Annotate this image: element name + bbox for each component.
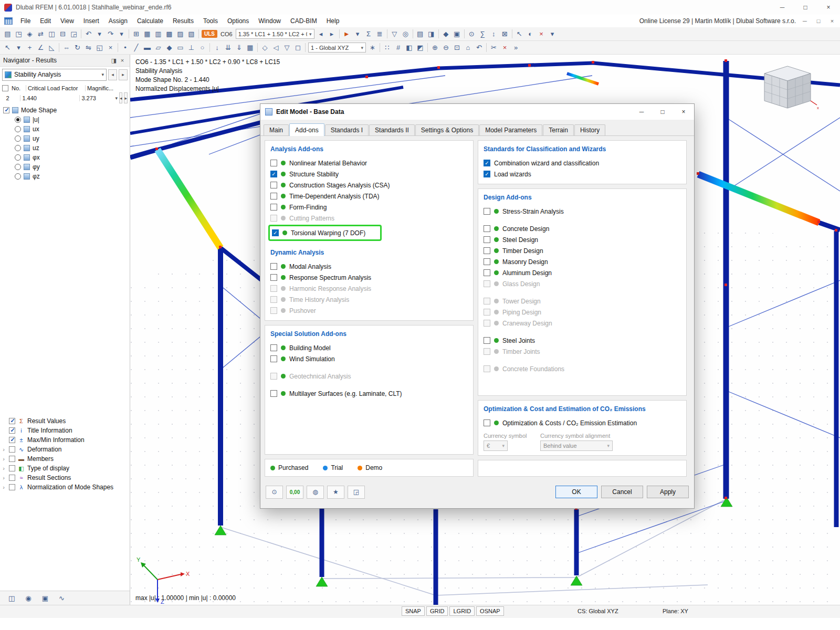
title-information-checkbox[interactable] xyxy=(9,427,15,434)
result-sections-checkbox[interactable] xyxy=(9,475,15,481)
table-members-icon[interactable]: ▦ xyxy=(142,28,153,39)
tree-item-y[interactable]: φy xyxy=(3,162,129,172)
type-of-display-checkbox[interactable] xyxy=(9,465,15,471)
menu-item-tools[interactable]: Tools xyxy=(198,15,223,27)
menu-item-cad-bim[interactable]: CAD-BIM xyxy=(286,15,322,27)
addon-optimization-costs-co-emission-estimation[interactable]: Optimization & Costs / CO₂ Emission Esti… xyxy=(484,417,681,428)
masonry-design-checkbox[interactable] xyxy=(484,258,490,265)
apply-button[interactable]: Apply xyxy=(647,486,689,498)
block-icon[interactable]: ◆ xyxy=(440,28,452,39)
mirror-icon[interactable]: ⇋ xyxy=(83,42,94,53)
addon-modal-analysis[interactable]: Modal Analysis xyxy=(270,261,468,272)
multilayer-surfaces-e-g-laminate-clt-checkbox[interactable] xyxy=(270,390,277,397)
option-max-min-information[interactable]: ±Max/Min Information xyxy=(1,435,129,445)
table-loads-icon[interactable]: ▥ xyxy=(153,28,164,39)
new-member-icon[interactable]: ▬ xyxy=(142,42,153,53)
construction-stages-analysis-csa-checkbox[interactable] xyxy=(270,182,277,188)
deformation-checkbox[interactable] xyxy=(9,446,15,453)
new-opening-icon[interactable]: ▭ xyxy=(175,42,186,53)
wind-simulation-checkbox[interactable] xyxy=(270,355,277,362)
toggle-grid[interactable]: GRID xyxy=(426,606,448,616)
structure-stability-checkbox[interactable] xyxy=(270,171,277,177)
expand-chevron-icon[interactable]: › xyxy=(1,484,6,490)
addon-response-spectrum-analysis[interactable]: Response Spectrum Analysis xyxy=(270,272,468,283)
units-settings-button[interactable]: 0,00 xyxy=(286,486,303,499)
option-type-of-display[interactable]: ›◧Type of display xyxy=(1,464,129,473)
tower-design-checkbox[interactable] xyxy=(484,298,490,304)
toggle-lgrid[interactable]: LGRID xyxy=(449,606,475,616)
addon-concrete-design[interactable]: Concrete Design xyxy=(484,223,681,234)
next-item-button[interactable]: ▸ xyxy=(119,69,128,80)
new-hinge-icon[interactable]: ○ xyxy=(197,42,208,53)
previous-view-icon[interactable]: ↶ xyxy=(474,42,485,53)
addon-craneway-design[interactable]: Craneway Design xyxy=(484,318,681,329)
addon-timber-joints[interactable]: Timber Joints xyxy=(484,346,681,357)
tab-main[interactable]: Main xyxy=(264,124,289,135)
addon-building-model[interactable]: Building Model xyxy=(270,342,468,353)
concrete-design-checkbox[interactable] xyxy=(484,225,490,232)
view-y-icon[interactable]: ▽ xyxy=(281,42,292,53)
addon-steel-joints[interactable]: Steel Joints xyxy=(484,335,681,346)
panel-dropdown-icon[interactable]: ▾ xyxy=(547,28,558,39)
view-x-icon[interactable]: ◁ xyxy=(270,42,281,53)
tree-item-uz[interactable]: uz xyxy=(3,143,129,153)
print-icon[interactable]: ⊟ xyxy=(57,28,68,39)
tree-item-mode-shape[interactable]: Mode Shape xyxy=(3,106,129,115)
addon-construction-stages-analysis-csa[interactable]: Construction Stages Analysis (CSA) xyxy=(270,180,468,191)
undo-icon[interactable]: ↶ xyxy=(83,28,94,39)
cancel-selection-icon[interactable]: × xyxy=(499,42,510,53)
menu-item-results[interactable]: Results xyxy=(168,15,198,27)
combination-wizard-and-classification-checkbox[interactable] xyxy=(484,160,490,166)
render-mode-icon[interactable]: ◐ xyxy=(525,28,536,39)
addon-concrete-foundations[interactable]: Concrete Foundations xyxy=(484,363,681,374)
x-radio[interactable] xyxy=(15,154,21,161)
tab-history[interactable]: History xyxy=(574,124,605,135)
copy-object-icon[interactable]: ◱ xyxy=(94,42,105,53)
menu-item-assign[interactable]: Assign xyxy=(104,15,132,27)
camera-icon[interactable]: ▣ xyxy=(42,594,48,602)
magnification-value[interactable]: 3.273 xyxy=(80,95,113,101)
dlubal-center-icon[interactable]: ◈ xyxy=(24,28,35,39)
previous-item-button[interactable]: ◂ xyxy=(108,69,117,80)
critical-load-factor-value[interactable]: 1.440 xyxy=(20,95,80,101)
result-values-icon[interactable]: Σ xyxy=(363,28,374,39)
menu-item-help[interactable]: Help xyxy=(322,15,344,27)
visibility-icon[interactable]: ◎ xyxy=(400,28,411,39)
menu-item-options[interactable]: Options xyxy=(223,15,254,27)
new-solid-icon[interactable]: ◆ xyxy=(164,42,175,53)
cancel-button[interactable]: Cancel xyxy=(601,486,643,498)
new-model-icon[interactable]: ▤ xyxy=(2,28,13,39)
tab-model-parameters[interactable]: Model Parameters xyxy=(479,124,542,135)
open-model-icon[interactable]: ◳ xyxy=(13,28,24,39)
menu-item-calculate[interactable]: Calculate xyxy=(132,15,168,27)
ok-button[interactable]: OK xyxy=(555,486,597,498)
modal-analysis-checkbox[interactable] xyxy=(270,263,277,270)
tree-item-x[interactable]: φx xyxy=(3,153,129,162)
mode-shape-checkbox[interactable] xyxy=(3,107,9,113)
table-nodes-icon[interactable]: ⊞ xyxy=(131,28,142,39)
tab-standards-ii[interactable]: Standards II xyxy=(369,124,415,135)
currency-alignment-select[interactable]: Behind value▾ xyxy=(540,440,613,451)
max-min-information-checkbox[interactable] xyxy=(9,437,15,443)
concrete-foundations-checkbox[interactable] xyxy=(484,365,490,372)
optimization-costs-co-emission-estimation-checkbox[interactable] xyxy=(484,419,490,426)
torsional-warping-7-dof-checkbox[interactable] xyxy=(272,229,279,236)
visibility-eye-icon[interactable]: ◉ xyxy=(25,594,31,602)
more-icon[interactable]: » xyxy=(510,42,521,53)
uy-radio[interactable] xyxy=(15,135,21,142)
workplane-icon[interactable]: ◧ xyxy=(404,42,415,53)
option-result-sections[interactable]: ›≈Result Sections xyxy=(1,473,129,482)
addon-harmonic-response-analysis[interactable]: Harmonic Response Analysis xyxy=(270,283,468,294)
addon-structure-stability[interactable]: Structure Stability xyxy=(270,169,468,180)
dialog-maximize-button[interactable]: □ xyxy=(652,104,673,120)
load-combination-select[interactable]: 1.35 * LC1 + 1.50 * LC2 + 0...▾ xyxy=(236,29,314,39)
piping-design-checkbox[interactable] xyxy=(484,309,490,316)
load-cases-icon[interactable]: ▦ xyxy=(245,42,256,53)
ux-radio[interactable] xyxy=(15,126,21,132)
timber-joints-checkbox[interactable] xyxy=(484,348,490,355)
expand-chevron-icon[interactable]: › xyxy=(1,475,6,481)
stress-strain-analysis-checkbox[interactable] xyxy=(484,208,490,215)
aluminum-design-checkbox[interactable] xyxy=(484,269,490,276)
save-icon[interactable]: ◫ xyxy=(46,28,57,39)
navigator-close-icon[interactable]: × xyxy=(118,57,127,64)
